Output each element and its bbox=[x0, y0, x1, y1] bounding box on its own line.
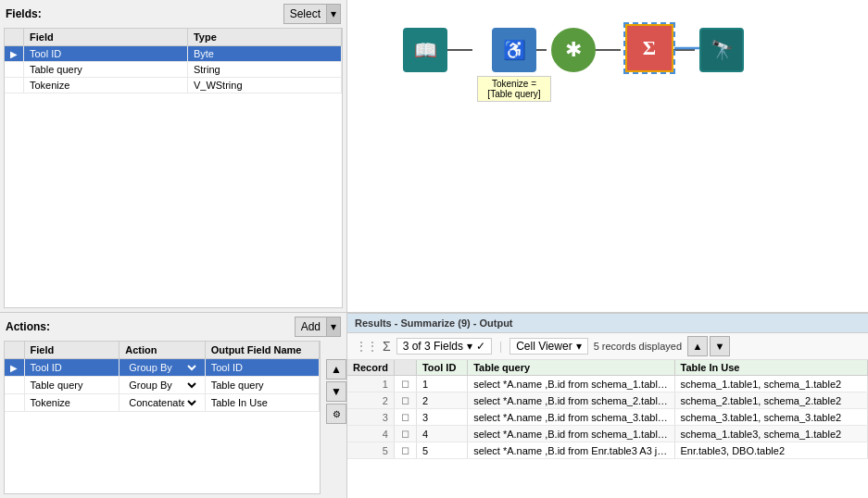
select-dropdown-arrow[interactable]: ▾ bbox=[326, 5, 340, 23]
node-2-tooltip: Tokenize = [Table query] bbox=[477, 76, 551, 102]
result-tool-id: 1 bbox=[416, 376, 467, 392]
row-indicator: ▶ bbox=[5, 46, 24, 62]
row-indicator bbox=[5, 377, 24, 394]
result-row[interactable]: 5 ◻ 5 select *A.name ,B.id from Enr.tabl… bbox=[347, 442, 868, 459]
row-indicator bbox=[5, 394, 24, 412]
sigma-icon: Σ bbox=[383, 339, 391, 354]
result-table-in-use: schema_1.table1, schema_1.table2 bbox=[674, 376, 868, 392]
col-type-header: Type bbox=[187, 29, 341, 46]
action-select[interactable]: Group ByConcatenateSumCountMinMax bbox=[125, 361, 198, 374]
action-type[interactable]: Group ByConcatenateSumCountMinMax bbox=[120, 394, 205, 412]
move-down-button[interactable]: ▼ bbox=[326, 381, 346, 402]
result-table-query: select *A.name ,B.id from schema_1.table… bbox=[468, 376, 674, 392]
result-row[interactable]: 2 ◻ 2 select *A.name ,B.id from schema_2… bbox=[347, 392, 868, 409]
actions-row[interactable]: Table query Group ByConcatenateSumCountM… bbox=[5, 377, 320, 394]
row-indicator: ▶ bbox=[5, 359, 24, 377]
field-type: V_WString bbox=[187, 78, 341, 93]
record-number: 1 bbox=[347, 376, 394, 392]
col-act-field: Field bbox=[24, 342, 120, 359]
action-type[interactable]: Group ByConcatenateSumCountMinMax bbox=[120, 377, 205, 394]
result-tool-id: 3 bbox=[416, 409, 467, 426]
fields-count-text: 3 of 3 Fields bbox=[403, 340, 463, 353]
tool-node-1[interactable]: 📖 bbox=[403, 28, 447, 72]
field-type: String bbox=[187, 62, 341, 78]
right-panel: 📖 ♿ Tokenize = [Table query] ✱ Σ 🔭 Re bbox=[347, 0, 868, 498]
actions-section: Actions: Add ▾ Field Action Output Field… bbox=[0, 313, 346, 498]
add-button[interactable]: Add ▾ bbox=[295, 317, 341, 337]
node-icon-3: ✱ bbox=[551, 28, 596, 72]
col-act-action: Action bbox=[120, 342, 205, 359]
cell-viewer-label: Cell Viewer bbox=[516, 340, 572, 353]
result-tool-id: 2 bbox=[416, 392, 467, 409]
row-icon: ◻ bbox=[394, 376, 416, 392]
result-table-query: select *A.name ,B.id from schema_2.table… bbox=[468, 392, 674, 409]
actions-row[interactable]: ▶ Tool ID Group ByConcatenateSumCountMin… bbox=[5, 359, 320, 377]
result-table-query: select *A.name ,B.id from schema_1.table… bbox=[468, 426, 674, 442]
tool-node-4[interactable]: Σ bbox=[625, 24, 673, 72]
fields-count-button[interactable]: 3 of 3 Fields ▾ ✓ bbox=[396, 338, 492, 355]
field-type: Byte bbox=[187, 46, 341, 62]
results-table-wrap: Record Tool ID Table query Table In Use … bbox=[347, 360, 868, 498]
records-count: 5 records displayed bbox=[594, 341, 682, 352]
nav-arrows: ▲ ▼ bbox=[687, 336, 730, 356]
result-table-in-use: schema_3.table1, schema_3.table2 bbox=[674, 409, 868, 426]
row-indicator bbox=[5, 78, 24, 93]
field-name: Tool ID bbox=[24, 46, 188, 62]
action-output: Tool ID bbox=[205, 359, 319, 377]
action-output: Table query bbox=[205, 377, 319, 394]
fields-row[interactable]: Tokenize V_WString bbox=[5, 78, 342, 93]
select-button[interactable]: Select ▾ bbox=[283, 4, 341, 24]
move-up-button[interactable]: ▲ bbox=[326, 359, 346, 380]
row-icon: ◻ bbox=[394, 442, 416, 459]
tool-node-5[interactable]: 🔭 bbox=[699, 28, 744, 72]
action-output: Table In Use bbox=[205, 394, 319, 412]
result-table-query: select *A.name ,B.id from schema_3.table… bbox=[468, 409, 674, 426]
fields-dropdown-arrow: ▾ bbox=[467, 340, 472, 353]
record-number: 5 bbox=[347, 442, 394, 459]
fields-label: Fields: bbox=[6, 7, 42, 20]
col-indicator bbox=[5, 29, 24, 46]
result-row[interactable]: 1 ◻ 1 select *A.name ,B.id from schema_1… bbox=[347, 376, 868, 392]
tool-node-3[interactable]: ✱ bbox=[551, 28, 596, 72]
col-field-header: Field bbox=[24, 29, 188, 46]
add-dropdown-arrow[interactable]: ▾ bbox=[326, 317, 340, 336]
actions-label: Actions: bbox=[6, 320, 50, 333]
prev-records-button[interactable]: ▲ bbox=[687, 336, 708, 356]
result-row[interactable]: 4 ◻ 4 select *A.name ,B.id from schema_1… bbox=[347, 426, 868, 442]
fields-table: Field Type ▶ Tool ID Byte Table query St… bbox=[4, 28, 343, 308]
result-table-in-use: Enr.table3, DBO.table2 bbox=[674, 442, 868, 459]
fields-section: Fields: Select ▾ Field Type ▶ Tool ID B bbox=[0, 0, 346, 313]
fields-row[interactable]: ▶ Tool ID Byte bbox=[5, 46, 342, 62]
fields-header: Fields: Select ▾ bbox=[0, 0, 346, 28]
actions-header: Actions: Add ▾ bbox=[0, 313, 346, 341]
action-field: Tool ID bbox=[24, 359, 120, 377]
result-row[interactable]: 3 ◻ 3 select *A.name ,B.id from schema_3… bbox=[347, 409, 868, 426]
field-name: Table query bbox=[24, 62, 188, 78]
actions-row[interactable]: Tokenize Group ByConcatenateSumCountMinM… bbox=[5, 394, 320, 412]
results-table: Record Tool ID Table query Table In Use … bbox=[347, 360, 868, 459]
next-records-button[interactable]: ▼ bbox=[710, 336, 730, 356]
action-select[interactable]: Group ByConcatenateSumCountMinMax bbox=[125, 396, 198, 409]
col-act-output: Output Field Name bbox=[205, 342, 319, 359]
action-type[interactable]: Group ByConcatenateSumCountMinMax bbox=[120, 359, 205, 377]
row-icon: ◻ bbox=[394, 426, 416, 442]
tool-node-2[interactable]: ♿ Tokenize = [Table query] bbox=[477, 28, 551, 102]
result-tool-id: 4 bbox=[416, 426, 467, 442]
cell-viewer-arrow: ▾ bbox=[576, 340, 582, 353]
results-panel: Results - Summarize (9) - Output ⋮⋮ Σ 3 … bbox=[347, 313, 868, 498]
result-table-in-use: schema_2.table1, schema_2.table2 bbox=[674, 392, 868, 409]
record-number: 4 bbox=[347, 426, 394, 442]
node-icon-5: 🔭 bbox=[699, 28, 744, 72]
action-field: Table query bbox=[24, 377, 120, 394]
record-number: 2 bbox=[347, 392, 394, 409]
col-table-query: Table query bbox=[468, 360, 674, 376]
cell-viewer-button[interactable]: Cell Viewer ▾ bbox=[509, 338, 587, 355]
summarize-sigma: Σ bbox=[643, 36, 656, 60]
drag-handle-icon: ⋮⋮ bbox=[355, 339, 377, 354]
actions-table: Field Action Output Field Name ▶ Tool ID… bbox=[4, 341, 321, 494]
fields-row[interactable]: Table query String bbox=[5, 62, 342, 78]
action-select[interactable]: Group ByConcatenateSumCountMinMax bbox=[125, 379, 198, 392]
result-table-in-use: schema_1.table3, schema_1.table2 bbox=[674, 426, 868, 442]
settings-button[interactable]: ⚙ bbox=[326, 404, 346, 424]
node-icon-2: ♿ bbox=[492, 28, 536, 72]
